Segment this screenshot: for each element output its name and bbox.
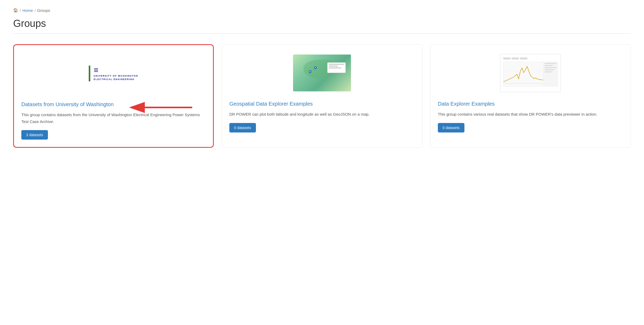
card-image-uw: ≡ UNIVERSITY OF WASHINGTON ELECTRICAL EN…: [21, 52, 206, 95]
datasets-button-uw[interactable]: 3 datasets: [21, 130, 48, 140]
datasets-button-geo[interactable]: 0 datasets: [229, 123, 256, 132]
card-image-geo: [229, 52, 415, 94]
card-image-chart: [438, 52, 623, 94]
map-popup: [327, 62, 346, 73]
uw-department-text: ELECTRICAL ENGINEERING: [93, 78, 134, 81]
map-pin-3: [308, 70, 312, 73]
breadcrumb-home-link[interactable]: Home: [22, 8, 33, 13]
datasets-button-data-explorer[interactable]: 0 datasets: [438, 123, 464, 132]
card-description-geo: DR POWER can plot both latitude and long…: [229, 111, 415, 118]
groups-grid: ≡ UNIVERSITY OF WASHINGTON ELECTRICAL EN…: [13, 44, 631, 148]
uw-logo-icon: ≡: [93, 66, 98, 74]
card-title-data-explorer: Data Explorer Examples: [438, 100, 623, 107]
uw-logo: ≡ UNIVERSITY OF WASHINGTON ELECTRICAL EN…: [89, 66, 138, 81]
card-description-data-explorer: This group contains various real dataset…: [438, 111, 623, 118]
page-title: Groups: [13, 18, 631, 29]
chart-area: [503, 62, 558, 87]
breadcrumb-current: Groups: [37, 8, 50, 13]
chart-right-panel: [543, 62, 558, 86]
group-card-uw-datasets[interactable]: ≡ UNIVERSITY OF WASHINGTON ELECTRICAL EN…: [13, 44, 214, 148]
map-preview: [293, 55, 351, 91]
card-title-geo: Geospatial Data Explorer Examples: [229, 100, 415, 107]
uw-logo-bar: [89, 66, 90, 81]
chart-toolbar: [503, 57, 558, 60]
group-card-data-explorer[interactable]: Data Explorer Examples This group contai…: [430, 44, 631, 148]
breadcrumb: 🏠 / Home / Groups: [13, 8, 631, 13]
uw-university-text: UNIVERSITY OF WASHINGTON: [93, 74, 138, 78]
group-card-geospatial[interactable]: Geospatial Data Explorer Examples DR POW…: [222, 44, 422, 148]
card-description-uw: This group contains datasets from the Un…: [21, 111, 206, 125]
card-title-uw: Datasets from University of Washington: [21, 101, 206, 108]
home-icon: 🏠: [13, 8, 18, 13]
title-divider: [13, 33, 631, 34]
chart-preview: [500, 54, 561, 92]
map-pin-1: [314, 66, 317, 70]
